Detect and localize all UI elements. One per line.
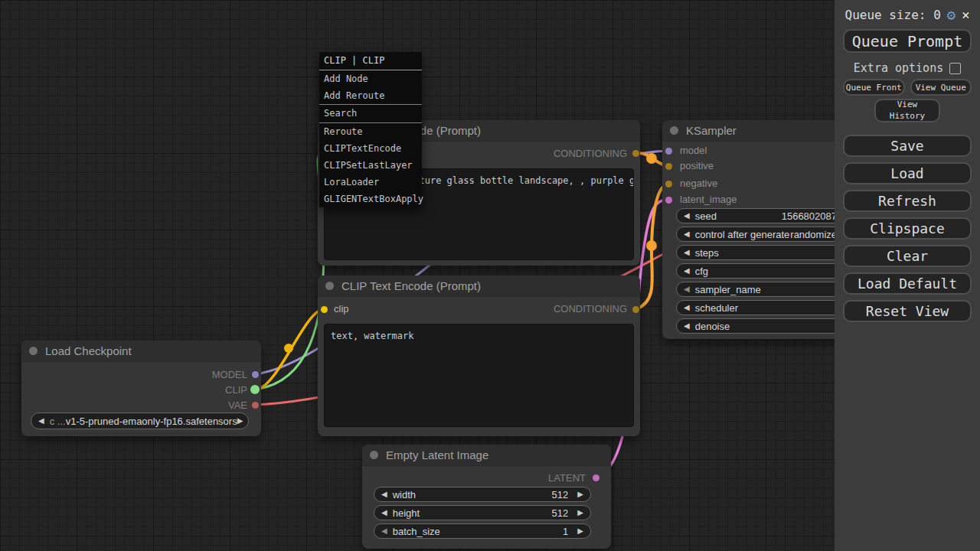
- decrement-arrow-icon[interactable]: ◀: [684, 322, 690, 330]
- output-label-conditioning: CONDITIONING: [554, 303, 627, 315]
- decrement-arrow-icon[interactable]: ◀: [684, 249, 690, 256]
- clear-button[interactable]: Clear: [843, 245, 972, 267]
- decrement-arrow-icon[interactable]: ◀: [684, 285, 690, 293]
- next-arrow-icon[interactable]: ▶: [237, 417, 243, 425]
- menu-item-add-node[interactable]: Add Node: [319, 70, 422, 87]
- extra-options-checkbox[interactable]: [949, 63, 961, 74]
- node-title: CLIP Text Encode (Prompt): [341, 279, 481, 292]
- output-slot-clip[interactable]: [250, 385, 260, 394]
- node-title-bar[interactable]: Empty Latent Image: [362, 445, 611, 466]
- node-status-dot: [370, 451, 378, 459]
- input-label-negative: negative: [680, 178, 717, 189]
- reset-view-button[interactable]: Reset View: [843, 300, 972, 322]
- node-title: KSampler: [686, 124, 737, 137]
- input-slot-positive[interactable]: [665, 163, 672, 170]
- widget-value: randomize: [790, 229, 837, 240]
- settings-gear-icon[interactable]: ⚙: [947, 8, 956, 22]
- output-slot-conditioning[interactable]: [632, 150, 639, 157]
- prompt-textarea[interactable]: text, watermark: [324, 324, 634, 427]
- node-title-bar[interactable]: Load Checkpoint: [21, 341, 261, 362]
- increment-arrow-icon[interactable]: ▶: [577, 491, 583, 498]
- node-title: Empty Latent Image: [386, 448, 488, 461]
- decrement-arrow-icon[interactable]: ◀: [684, 230, 690, 238]
- widget-label: c ...: [50, 416, 66, 427]
- node-empty-latent-image[interactable]: Empty Latent Image LATENT ◀ width 512 ▶ …: [362, 445, 611, 549]
- menu-item-reroute[interactable]: Reroute: [319, 123, 422, 140]
- widget-label: width: [393, 489, 416, 500]
- input-label-positive: positive: [680, 160, 714, 171]
- increment-arrow-icon[interactable]: ▶: [577, 509, 583, 517]
- output-slot-conditioning[interactable]: [632, 306, 639, 313]
- wire-dot-negative: [646, 240, 657, 251]
- wire-dot-positive: [646, 153, 657, 164]
- widget-width[interactable]: ◀ width 512 ▶: [374, 487, 591, 502]
- output-slot-model[interactable]: [252, 371, 259, 378]
- clipspace-button[interactable]: Clipspace: [843, 217, 972, 240]
- widget-height[interactable]: ◀ height 512 ▶: [374, 505, 591, 520]
- widget-label: seed: [695, 210, 717, 222]
- input-slot-latent-image[interactable]: [665, 197, 672, 204]
- widget-label: scheduler: [695, 302, 738, 314]
- close-icon[interactable]: ✕: [962, 8, 969, 21]
- wire-dot-clip: [284, 344, 293, 353]
- refresh-button[interactable]: Refresh: [843, 190, 972, 212]
- widget-value: 1: [563, 526, 568, 537]
- prompt-text: text, watermark: [331, 331, 413, 341]
- extra-options-label: Extra options: [854, 61, 943, 75]
- wire-clip-yellow: [255, 309, 324, 390]
- decrement-arrow-icon[interactable]: ◀: [381, 491, 387, 498]
- widget-label: batch_size: [393, 526, 440, 537]
- load-button[interactable]: Load: [843, 162, 972, 184]
- input-slot-model[interactable]: [665, 148, 672, 155]
- widget-label: steps: [695, 247, 719, 259]
- output-label-model: MODEL: [212, 369, 247, 380]
- input-slot-negative[interactable]: [665, 181, 672, 187]
- save-button[interactable]: Save: [843, 135, 972, 157]
- view-queue-button[interactable]: View Queue: [910, 79, 972, 96]
- widget-ckpt-name[interactable]: ◀ c ... v1-5-pruned-emaonly-fp16.safeten…: [31, 412, 249, 429]
- decrement-arrow-icon[interactable]: ◀: [684, 212, 690, 220]
- menu-item-add-reroute[interactable]: Add Reroute: [319, 87, 422, 104]
- output-slot-latent[interactable]: [593, 474, 599, 481]
- widget-value: 1566802087: [782, 210, 837, 222]
- node-status-dot: [29, 347, 38, 355]
- view-history-button[interactable]: View History: [874, 99, 940, 122]
- node-status-dot: [325, 282, 334, 290]
- widget-value: v1-5-pruned-emaonly-fp16.safetensors: [66, 416, 237, 427]
- queue-prompt-button[interactable]: Queue Prompt: [843, 29, 972, 53]
- node-status-dot: [670, 126, 678, 135]
- widget-label: height: [393, 507, 420, 519]
- menu-item-cliptextencode[interactable]: CLIPTextEncode: [319, 140, 422, 157]
- input-label-model: model: [680, 145, 707, 156]
- output-label-clip: CLIP: [225, 384, 247, 396]
- node-load-checkpoint[interactable]: Load Checkpoint MODEL CLIP VAE ◀ c ... v…: [21, 341, 261, 436]
- input-slot-clip[interactable]: [321, 306, 328, 313]
- menu-item-loraloader[interactable]: LoraLoader: [319, 174, 422, 191]
- decrement-arrow-icon[interactable]: ◀: [381, 527, 387, 535]
- output-label-vae: VAE: [228, 399, 247, 411]
- widget-label: cfg: [695, 266, 708, 277]
- input-label-latent-image: latent_image: [680, 194, 737, 205]
- decrement-arrow-icon[interactable]: ◀: [684, 304, 690, 311]
- context-menu: CLIP | CLIP Add Node Add Reroute Search …: [319, 52, 422, 207]
- menu-item-search[interactable]: Search: [319, 105, 422, 122]
- graph-canvas[interactable]: CLIP Text Encode (Prompt) CONDITIONING b…: [0, 0, 980, 551]
- decrement-arrow-icon[interactable]: ◀: [684, 267, 690, 275]
- node-clip-text-encode-2[interactable]: CLIP Text Encode (Prompt) clip CONDITION…: [318, 276, 640, 436]
- queue-front-button[interactable]: Queue Front: [843, 79, 905, 96]
- menu-item-clipsetlastlayer[interactable]: CLIPSetLastLayer: [319, 157, 422, 174]
- output-label-latent: LATENT: [548, 472, 586, 484]
- queue-size-label: Queue size: 0: [845, 8, 941, 22]
- widget-label: control after generate: [695, 229, 790, 240]
- menu-item-gligentextboxapply[interactable]: GLIGENTextBoxApply: [319, 191, 422, 207]
- decrement-arrow-icon[interactable]: ◀: [381, 509, 387, 517]
- widget-value: 512: [552, 507, 569, 519]
- widget-batch-size[interactable]: ◀ batch_size 1 ▶: [374, 523, 591, 539]
- increment-arrow-icon[interactable]: ▶: [577, 527, 583, 535]
- node-title-bar[interactable]: CLIP Text Encode (Prompt): [318, 276, 640, 297]
- previous-arrow-icon[interactable]: ◀: [38, 417, 44, 425]
- load-default-button[interactable]: Load Default: [843, 272, 972, 295]
- context-menu-title: CLIP | CLIP: [319, 52, 422, 70]
- output-label-conditioning: CONDITIONING: [554, 148, 627, 159]
- output-slot-vae[interactable]: [252, 402, 259, 409]
